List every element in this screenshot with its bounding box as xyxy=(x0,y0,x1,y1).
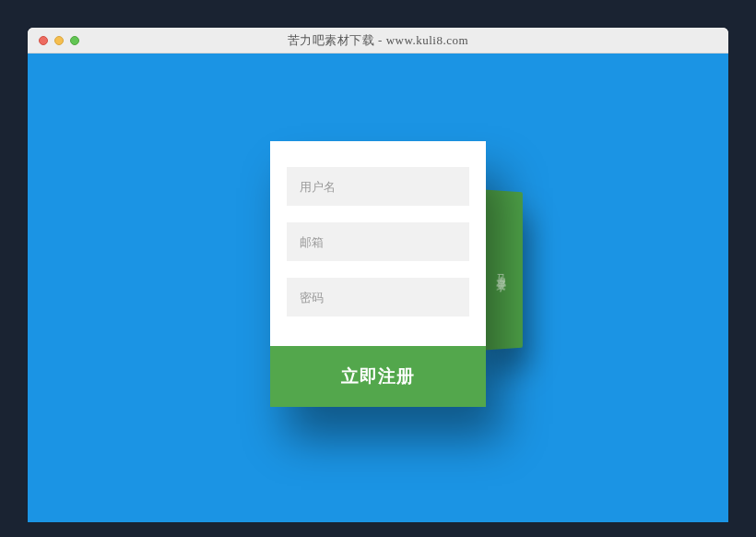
window-title: 苦力吧素材下载 - www.kuli8.com xyxy=(28,32,728,49)
register-card: 立即注册 xyxy=(270,141,486,407)
close-icon[interactable] xyxy=(39,36,48,45)
password-input[interactable] xyxy=(287,278,469,316)
maximize-icon[interactable] xyxy=(70,36,79,45)
browser-window: 苦力吧素材下载 - www.kuli8.com 马上登录 立即注册 xyxy=(28,28,728,522)
titlebar: 苦力吧素材下载 - www.kuli8.com xyxy=(28,28,728,54)
email-input[interactable] xyxy=(287,222,469,261)
viewport: 马上登录 立即注册 xyxy=(28,54,728,522)
card-body xyxy=(270,141,486,346)
username-input[interactable] xyxy=(287,167,469,206)
minimize-icon[interactable] xyxy=(54,36,64,45)
register-button[interactable]: 立即注册 xyxy=(270,346,486,407)
login-tab-label: 马上登录 xyxy=(493,265,507,276)
card-wrap: 马上登录 立即注册 xyxy=(270,141,486,407)
traffic-lights xyxy=(28,36,79,45)
